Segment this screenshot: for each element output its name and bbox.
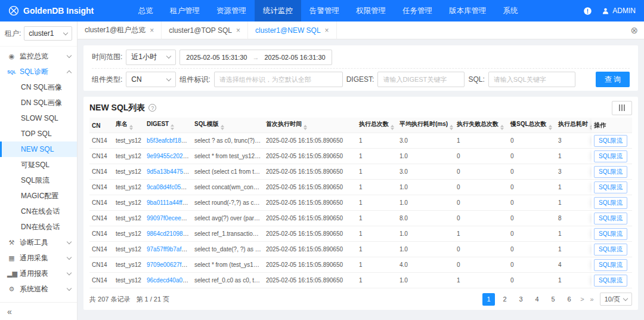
sidebar-item-CN SQL画像[interactable]: CN SQL画像 — [0, 79, 77, 95]
col-header-执行总次数[interactable]: 执行总次数 — [357, 118, 397, 133]
sort-icon[interactable] — [391, 125, 394, 131]
close-icon[interactable]: × — [236, 26, 240, 35]
sql-template-cell: select ? as c0, trunc(?) >= userenv(?) a… — [192, 133, 264, 149]
sidebar-item-诊断工具[interactable]: ⚒诊断工具 — [0, 235, 77, 250]
sort-icon[interactable] — [500, 125, 504, 131]
page-button-2[interactable]: 2 — [499, 293, 511, 306]
nav-item-1[interactable]: 总览 — [130, 0, 162, 21]
time-preset-select[interactable]: 近1小时 — [126, 50, 176, 65]
nav-item-7[interactable]: 任务管理 — [394, 0, 441, 21]
column-settings-button[interactable] — [612, 101, 632, 115]
page-button-6[interactable]: 6 — [563, 293, 575, 306]
sort-icon[interactable] — [450, 125, 453, 131]
col-header-首次执行时间[interactable]: 首次执行时间 — [264, 118, 357, 133]
sidebar-item-MAGIC配置[interactable]: MAGIC配置 — [0, 188, 77, 204]
digest-link[interactable]: 9ca08d4fc050a9... — [147, 184, 192, 190]
col-header-慢SQL总次数[interactable]: 慢SQL总次数 — [508, 118, 556, 133]
sql-throttle-button[interactable]: SQL限流 — [594, 228, 627, 240]
page-size-select[interactable]: 10/页 — [600, 293, 632, 306]
sql-throttle-button[interactable]: SQL限流 — [594, 181, 627, 193]
sql-throttle-button[interactable]: SQL限流 — [594, 197, 627, 209]
close-icon[interactable]: × — [150, 26, 154, 35]
digest-link[interactable]: 9709e00627f143... — [147, 261, 192, 268]
sort-icon[interactable] — [171, 124, 174, 130]
sql-throttle-button[interactable]: SQL限流 — [594, 213, 627, 224]
close-icon[interactable]: × — [325, 26, 329, 35]
sql-input[interactable] — [488, 72, 575, 87]
sidebar-item-DN SQL画像[interactable]: DN SQL画像 — [0, 95, 77, 110]
sidebar-item-可疑SQL[interactable]: 可疑SQL — [0, 157, 77, 173]
col-header-DIGEST[interactable]: DIGEST — [144, 118, 192, 133]
digest-link[interactable]: 9ba0111a44ff33... — [147, 199, 192, 206]
nav-item-9[interactable]: 系统 — [495, 0, 527, 21]
nav-item-6[interactable]: 权限管理 — [348, 0, 394, 21]
sort-icon[interactable] — [549, 125, 552, 131]
sidebar-item-CN在线会话[interactable]: CN在线会话 — [0, 204, 77, 219]
digest-link[interactable]: 9e99455c2022df... — [147, 153, 192, 159]
digest-input[interactable] — [377, 72, 465, 87]
close-all-tabs-icon[interactable]: ⊗ — [630, 21, 638, 39]
sidebar-item-通用采集[interactable]: ▦通用采集 — [0, 250, 77, 266]
next-page-button[interactable]: > — [579, 296, 585, 303]
sql-throttle-button[interactable]: SQL限流 — [594, 244, 627, 256]
page-button-5[interactable]: 5 — [547, 293, 559, 306]
component-id-input[interactable] — [214, 72, 343, 87]
total-count-cell: 1 — [357, 149, 397, 164]
page-button-3[interactable]: 3 — [515, 293, 527, 306]
tab-cluster1@NEW SQL[interactable]: cluster1@NEW SQL× — [248, 21, 337, 39]
sidebar-collapse-button[interactable]: « — [0, 302, 77, 320]
tools-icon: ⚒ — [7, 239, 16, 247]
digest-link[interactable]: 99097f0ecee58b... — [147, 215, 192, 221]
component-type-select[interactable]: CN — [126, 72, 176, 87]
digest-link[interactable]: 9864cd21098ec9... — [147, 230, 192, 237]
sql-throttle-button[interactable]: SQL限流 — [594, 166, 627, 178]
time-start-value: 2025-02-05 15:31:30 — [186, 54, 247, 61]
sidebar-item-SLOW SQL[interactable]: SLOW SQL — [0, 110, 77, 126]
help-icon[interactable]: ? — [148, 104, 156, 112]
nav-item-3[interactable]: 资源管理 — [208, 0, 255, 21]
nav-item-4[interactable]: 统计监控 — [255, 0, 301, 21]
sidebar-item-通用报表[interactable]: ▂▆通用报表 — [0, 266, 77, 281]
col-header-执行失败总次数[interactable]: 执行失败总次数 — [454, 118, 508, 133]
sidebar-item-TOP SQL[interactable]: TOP SQL — [0, 126, 77, 141]
sql-throttle-button[interactable]: SQL限流 — [594, 275, 627, 287]
info-icon[interactable] — [583, 7, 592, 16]
col-header-库名[interactable]: 库名 — [113, 118, 144, 133]
time-range-picker[interactable]: 2025-02-05 15:31:30 → 2025-02-05 16:31:3… — [179, 50, 332, 65]
digest-link[interactable]: 97a57ff9b7af03c... — [147, 246, 192, 253]
sidebar-item-监控总览[interactable]: ◉监控总览 — [0, 48, 77, 64]
sidebar-item-系统巡检[interactable]: ⚙系统巡检 — [0, 281, 77, 297]
col-header-平均执行耗时(ms)[interactable]: 平均执行耗时(ms) — [397, 118, 454, 133]
slow-count-cell: 0 — [508, 226, 556, 242]
page-button-1[interactable]: 1 — [482, 293, 495, 306]
digest-link[interactable]: 9d5a13b44758cf... — [147, 168, 192, 175]
action-cell: SQL限流 — [592, 133, 632, 149]
col-header-SQL模版[interactable]: SQL模版 — [192, 118, 264, 133]
user-menu[interactable]: ADMIN — [602, 7, 636, 15]
sql-throttle-button[interactable]: SQL限流 — [594, 150, 627, 162]
tab-cluster1@TOP SQL[interactable]: cluster1@TOP SQL× — [162, 21, 248, 39]
sql-throttle-button[interactable]: SQL限流 — [594, 135, 627, 147]
page-button-4[interactable]: 4 — [531, 293, 543, 306]
search-button[interactable]: 查 询 — [596, 72, 630, 87]
table-scroll-area[interactable]: CN库名DIGESTSQL模版首次执行时间执行总次数平均执行耗时(ms)执行失败… — [89, 118, 632, 288]
nav-item-8[interactable]: 版本库管理 — [441, 0, 495, 21]
tab-cluster1@租户总览[interactable]: cluster1@租户总览× — [78, 21, 162, 39]
tenant-select[interactable]: cluster1 — [24, 26, 72, 41]
sidebar-item-DN在线会话[interactable]: DN在线会话 — [0, 219, 77, 235]
digest-link[interactable]: b5f3eafcbf18bdf... — [147, 137, 192, 144]
total-count-cell: 1 — [357, 273, 397, 288]
nav-item-2[interactable]: 租户管理 — [162, 0, 208, 21]
sidebar-item-NEW SQL[interactable]: NEW SQL — [0, 141, 77, 157]
nav-item-5[interactable]: 告警管理 — [301, 0, 348, 21]
table-header-row: CN库名DIGESTSQL模版首次执行时间执行总次数平均执行耗时(ms)执行失败… — [89, 118, 632, 133]
sort-icon[interactable] — [304, 125, 307, 131]
sidebar-item-SQL诊断[interactable]: SQLSQL诊断 — [0, 64, 77, 79]
digest-link[interactable]: 96cdecd40a0986... — [147, 277, 192, 284]
sort-icon[interactable] — [221, 125, 224, 131]
sql-throttle-button[interactable]: SQL限流 — [594, 259, 627, 271]
sidebar-item-SQL限流[interactable]: SQL限流 — [0, 173, 77, 188]
jump-forward-button[interactable]: » — [589, 296, 595, 303]
sort-icon[interactable] — [129, 125, 133, 131]
sidebar-subitem-label: SLOW SQL — [21, 114, 77, 122]
